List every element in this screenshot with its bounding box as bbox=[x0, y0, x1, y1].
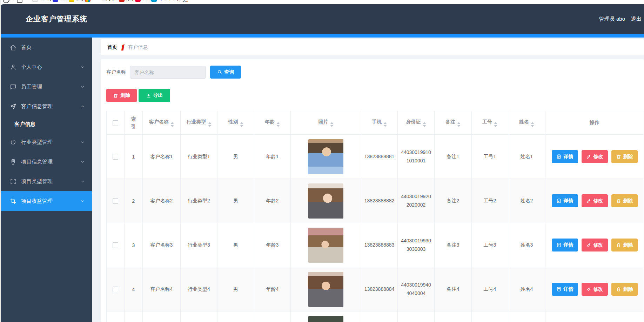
bookmark-favicon bbox=[32, 0, 38, 2]
cell-job-no: 工号2 bbox=[472, 179, 508, 223]
sidebar-item-project-revenue-management[interactable]: 项目收益管理 bbox=[0, 191, 92, 211]
sort-caret-icon[interactable] bbox=[383, 122, 387, 127]
app-title: 企业客户管理系统 bbox=[26, 14, 87, 24]
message-icon bbox=[10, 83, 16, 90]
col-header-job-no[interactable]: 工号 bbox=[472, 111, 508, 135]
delete-button[interactable]: 删除 bbox=[611, 194, 638, 207]
sort-caret-icon[interactable] bbox=[423, 122, 426, 127]
bookmark-item[interactable]: 」5... bbox=[178, 0, 188, 4]
cell-id-card: 440300199101010001 bbox=[398, 135, 435, 179]
bookmark-item[interactable]: 京东 bbox=[119, 0, 135, 2]
cell-job-no bbox=[472, 311, 508, 322]
bookmark-item[interactable]: 搜索 bbox=[69, 0, 85, 2]
customer-name-input[interactable] bbox=[130, 66, 206, 79]
col-header-id-card[interactable]: 身份证 bbox=[398, 111, 435, 135]
delete-button[interactable]: 删除 bbox=[611, 283, 638, 296]
col-header-photo[interactable]: 照片 bbox=[291, 111, 361, 135]
bookmark-item[interactable]: 2345上网导航 bbox=[85, 0, 119, 2]
cell-photo bbox=[291, 267, 361, 311]
select-all-checkbox[interactable] bbox=[113, 120, 118, 126]
export-button[interactable]: 导出 bbox=[139, 89, 170, 102]
power-icon bbox=[10, 139, 16, 146]
row-checkbox[interactable] bbox=[113, 287, 118, 292]
row-checkbox[interactable] bbox=[113, 198, 118, 204]
sidebar-item-home[interactable]: 首页 bbox=[0, 38, 92, 57]
batch-delete-button[interactable]: 删除 bbox=[106, 89, 137, 102]
customer-photo bbox=[308, 228, 343, 263]
sidebar-item-project-type-management[interactable]: 项目类型管理 bbox=[0, 172, 92, 191]
cell-age: 年龄2 bbox=[254, 179, 291, 223]
pen-icon bbox=[586, 287, 591, 292]
bookmarks-inner: 爱纯净百度搜索2345上网导航京东天猫哔哩哔哩 (」5... bbox=[3, 0, 644, 4]
detail-button[interactable]: 详情 bbox=[552, 150, 578, 163]
edit-button[interactable]: 修改 bbox=[582, 194, 608, 207]
edit-button[interactable]: 修改 bbox=[582, 283, 608, 296]
cell-actions: 详情 修改 删除 bbox=[545, 135, 644, 179]
sort-caret-icon[interactable] bbox=[457, 122, 461, 127]
col-header-customer-name[interactable]: 客户名称 bbox=[143, 111, 181, 135]
cell-industry-type bbox=[181, 311, 217, 322]
delete-button[interactable]: 删除 bbox=[611, 150, 638, 163]
col-header-industry-type[interactable]: 行业类型 bbox=[181, 111, 217, 135]
cell-age: 年龄1 bbox=[254, 135, 291, 179]
cell-industry-type: 行业类型2 bbox=[181, 179, 217, 223]
cell-phone: 13823888883 bbox=[361, 223, 398, 267]
sidebar-item-customer-info-management[interactable]: 客户信息管理 bbox=[0, 96, 92, 116]
sort-caret-icon[interactable] bbox=[276, 122, 280, 127]
pen-icon bbox=[586, 242, 591, 248]
sort-caret-icon[interactable] bbox=[208, 122, 212, 127]
table-row: 1 客户名称1 行业类型1 男 年龄1 13823888881 44030019… bbox=[107, 135, 644, 179]
bookmark-favicon bbox=[119, 0, 125, 2]
col-header-actions: 操作 bbox=[545, 111, 644, 135]
bookmark-favicon bbox=[135, 0, 141, 2]
query-button[interactable]: 查询 bbox=[210, 66, 241, 79]
row-checkbox[interactable] bbox=[113, 154, 118, 160]
col-header-gender[interactable]: 性别 bbox=[217, 111, 254, 135]
sidebar-item-personal-center[interactable]: 个人中心 bbox=[0, 57, 92, 77]
pen-icon bbox=[586, 154, 591, 159]
row-checkbox[interactable] bbox=[113, 242, 118, 248]
trash-icon bbox=[616, 198, 621, 203]
chevron-down-icon bbox=[80, 160, 85, 164]
sidebar-item-employee-management[interactable]: 员工管理 bbox=[0, 77, 92, 96]
col-header-remark[interactable]: 备注 bbox=[435, 111, 472, 135]
edit-button[interactable]: 修改 bbox=[582, 150, 608, 163]
detail-button[interactable]: 详情 bbox=[552, 194, 578, 207]
customer-photo bbox=[308, 139, 343, 174]
page-icon[interactable] bbox=[17, 0, 22, 3]
delete-button[interactable]: 删除 bbox=[611, 239, 638, 251]
breadcrumb-home-link[interactable]: 首页 bbox=[107, 44, 117, 51]
col-header-name[interactable]: 姓名 bbox=[508, 111, 545, 135]
row-actions: 详情 修改 删除 bbox=[545, 283, 644, 296]
sort-caret-icon[interactable] bbox=[170, 122, 174, 127]
cell-id-card: 440300199303030003 bbox=[398, 223, 435, 267]
logout-link[interactable]: 退出 bbox=[631, 16, 642, 22]
col-header-phone[interactable]: 手机 bbox=[361, 111, 398, 135]
sort-caret-icon[interactable] bbox=[531, 122, 534, 127]
bookmark-item[interactable]: 百度 bbox=[53, 0, 69, 2]
breadcrumb-separator-icon: fff bbox=[121, 43, 123, 51]
toolbar-row: 删除 导出 bbox=[106, 89, 644, 102]
cell-phone: 13823888884 bbox=[361, 267, 398, 311]
customer-photo bbox=[308, 272, 343, 307]
chevron-up-icon bbox=[80, 104, 85, 109]
detail-button[interactable]: 详情 bbox=[552, 239, 578, 251]
sort-caret-icon[interactable] bbox=[330, 122, 334, 127]
bookmark-favicon bbox=[53, 0, 58, 2]
bookmark-item[interactable]: 哔哩哔哩 ( bbox=[151, 0, 178, 2]
document-icon bbox=[556, 287, 562, 292]
cell-name: 姓名2 bbox=[508, 179, 545, 223]
col-header-age[interactable]: 年龄 bbox=[254, 111, 291, 135]
detail-button[interactable]: 详情 bbox=[552, 283, 578, 296]
bookmark-item[interactable]: 爱纯净 bbox=[32, 0, 53, 2]
cell-index: 3 bbox=[125, 223, 143, 267]
bookmark-item[interactable]: 天猫 bbox=[135, 0, 151, 2]
sort-caret-icon[interactable] bbox=[240, 122, 243, 127]
sidebar-subitem-customer-info[interactable]: 客户信息 bbox=[0, 116, 92, 132]
browser-icon[interactable] bbox=[3, 0, 9, 3]
sidebar-item-project-info-management[interactable]: 项目信息管理 bbox=[0, 152, 92, 172]
sort-caret-icon[interactable] bbox=[494, 122, 497, 127]
document-icon bbox=[556, 154, 562, 159]
edit-button[interactable]: 修改 bbox=[582, 239, 608, 251]
sidebar-item-industry-type-management[interactable]: 行业类型管理 bbox=[0, 132, 92, 152]
